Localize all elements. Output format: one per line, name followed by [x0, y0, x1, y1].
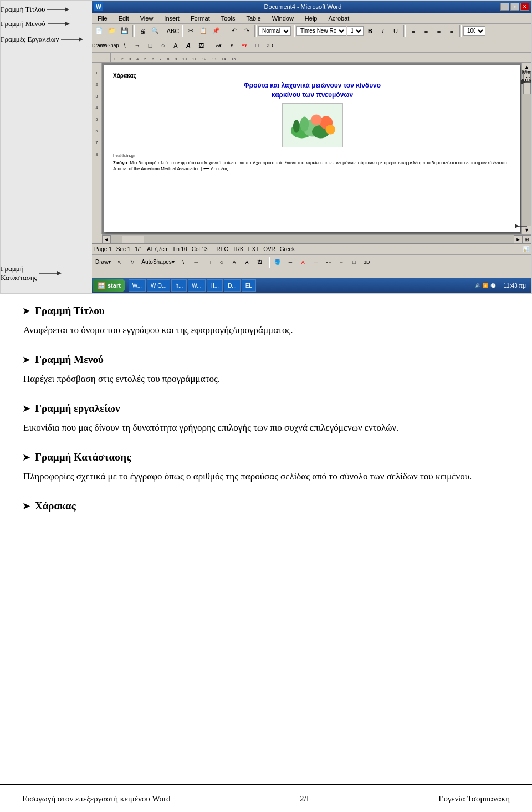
align-right[interactable]: ≡ — [433, 25, 445, 37]
draw-arstyle-btn[interactable]: → — [335, 256, 347, 268]
menu-view[interactable]: View — [137, 14, 157, 22]
draw-rotate-btn[interactable]: ↻ — [126, 256, 139, 268]
autoshapes-btn[interactable]: AutoShapes▾ — [106, 39, 118, 52]
scroll-up-button[interactable]: ▲ — [523, 63, 531, 72]
menu-format[interactable]: Format — [187, 14, 213, 22]
draw-fill-btn[interactable]: 🪣 — [272, 256, 284, 268]
underline-button[interactable]: U — [390, 25, 402, 37]
close-button[interactable]: ✕ — [520, 3, 529, 11]
font-select[interactable]: Times New Roman — [296, 26, 346, 36]
preview-button[interactable]: 🔍 — [149, 25, 161, 37]
doc-title: Φρούτα και λαχανικά μειώνουν τον κίνδυνο… — [113, 81, 511, 100]
menu-acrobat[interactable]: Acrobat — [325, 14, 352, 22]
menu-window[interactable]: Window — [269, 14, 297, 22]
draw-oval-btn[interactable]: ○ — [216, 256, 228, 268]
taskbar-item-3[interactable]: h... — [171, 279, 187, 292]
draw-lcolor-btn[interactable]: ─ — [284, 256, 296, 268]
status-icon: 📊 — [523, 246, 529, 252]
open-button[interactable]: 📁 — [106, 25, 118, 37]
taskbar-item-4[interactable]: W... — [188, 279, 205, 292]
ruler-marks: ·1· ·2· ·3· ·4· ·5· ·6· ·7· ·8· ·9· ·10·… — [111, 53, 531, 62]
bold-button[interactable]: B — [364, 25, 376, 37]
paste-button[interactable]: 📌 — [210, 25, 222, 37]
taskbar-item-5[interactable]: H... — [207, 279, 223, 292]
shadow-btn[interactable]: □ — [251, 39, 263, 52]
scroll-right-button[interactable]: ► — [514, 235, 523, 244]
section-grammi-titlou-body: Αναφέρεται το όνομα του εγγράφου και της… — [23, 323, 510, 338]
undo-button[interactable]: ↶ — [228, 25, 240, 37]
horiz-scrollbar: ◄ ► ⊞ — [102, 234, 531, 243]
word-page: Χάρακας Φρούτα και λαχανικά μειώνουν τον… — [104, 65, 520, 232]
section-grammi-titlou: ➤ Γραμμή Τίτλου Αναφέρεται το όνομα του … — [22, 305, 510, 338]
scroll-thumb[interactable] — [523, 72, 531, 94]
textbox-btn[interactable]: A — [170, 39, 182, 52]
rect-btn[interactable]: □ — [144, 39, 156, 52]
word-icon: W — [94, 2, 103, 11]
taskbar-items: W... W O... h... W... H... D... EL — [126, 279, 472, 292]
align-center[interactable]: ≡ — [420, 25, 432, 37]
draw-sep — [268, 257, 270, 268]
menu-tools[interactable]: Tools — [218, 14, 239, 22]
taskbar-item-1[interactable]: W... — [129, 279, 146, 292]
scroll-track — [522, 72, 531, 226]
print-button[interactable]: 🖨 — [136, 25, 149, 37]
align-left[interactable]: ≡ — [407, 25, 420, 37]
doc-site: health.in.gr — [113, 153, 511, 158]
zoom-select[interactable]: 100% — [463, 26, 485, 36]
menu-help[interactable]: Help — [301, 14, 321, 22]
word-window: W Document4 - Microsoft Word _ ▫ ✕ File … — [92, 1, 531, 293]
taskbar-item-2[interactable]: W O... — [147, 279, 170, 292]
draw-text-btn[interactable]: A — [228, 256, 241, 268]
style-select[interactable]: Normal — [258, 26, 291, 36]
svg-point-14 — [300, 116, 309, 131]
menu-edit[interactable]: Edit — [115, 14, 132, 22]
menu-file[interactable]: File — [94, 14, 111, 22]
draw-3d-btn[interactable]: 3D — [361, 256, 373, 268]
section-xarakas-heading-row: ➤ Χάρακας — [22, 500, 510, 512]
maximize-button[interactable]: ▫ — [510, 3, 519, 11]
draw-lwidth-btn[interactable]: ═ — [310, 256, 322, 268]
word-toolbar1: 📄 📁 💾 🖨 🔍 ABC ✂ 📋 📌 ↶ ↷ Normal — [92, 24, 531, 38]
draw-rect-btn[interactable]: □ — [203, 256, 215, 268]
status-col: Col 13 — [192, 246, 208, 252]
scroll-left-button[interactable]: ◄ — [102, 235, 111, 244]
fill-color-btn[interactable]: A▾ — [213, 39, 225, 52]
new-button[interactable]: 📄 — [93, 25, 105, 37]
draw-line-btn[interactable]: \ — [177, 256, 190, 268]
draw-shadow-btn[interactable]: □ — [348, 256, 360, 268]
start-button[interactable]: 🪟 start — [93, 279, 125, 292]
draw-clip-btn[interactable]: 🖼 — [254, 256, 266, 268]
draw-select-btn[interactable]: ↖ — [114, 256, 126, 268]
oval-btn[interactable]: ○ — [157, 39, 169, 52]
size-select[interactable]: 12 — [347, 26, 364, 36]
wordart-btn[interactable]: A — [182, 39, 195, 52]
scroll-down-button[interactable]: ▼ — [523, 226, 531, 234]
3d-btn[interactable]: 3D — [264, 39, 276, 52]
align-justify[interactable]: ≡ — [446, 25, 458, 37]
arrow-btn[interactable]: → — [131, 39, 144, 52]
menu-insert[interactable]: Insert — [161, 14, 183, 22]
status-at: At 7,7cm — [147, 246, 168, 252]
taskbar-item-7[interactable]: EL — [242, 279, 256, 292]
horiz-thumb[interactable] — [122, 236, 144, 243]
clipart-btn[interactable]: 🖼 — [195, 39, 207, 52]
italic-button[interactable]: I — [377, 25, 389, 37]
draw-arrow-btn[interactable]: → — [190, 256, 202, 268]
copy-button[interactable]: 📋 — [197, 25, 209, 37]
redo-button[interactable]: ↷ — [241, 25, 253, 37]
line-color-btn[interactable]: ▾ — [226, 39, 238, 52]
font-color-btn[interactable]: A▾ — [238, 39, 250, 52]
draw-wa-btn[interactable]: A — [241, 256, 253, 268]
arrow-grammi-katastasis-icon — [39, 269, 62, 277]
draw-dash-btn[interactable]: - - — [323, 256, 335, 268]
spell-button[interactable]: ABC — [167, 25, 179, 37]
cut-button[interactable]: ✂ — [185, 25, 197, 37]
taskbar-item-6[interactable]: D... — [224, 279, 241, 292]
save-button[interactable]: 💾 — [119, 25, 131, 37]
minimize-button[interactable]: _ — [500, 3, 509, 11]
page-view-buttons[interactable]: ⊞ — [523, 235, 531, 244]
draw-fcolor-btn[interactable]: A — [297, 256, 309, 268]
menu-table[interactable]: Table — [243, 14, 264, 22]
line-btn[interactable]: \ — [119, 39, 131, 52]
status-sec: Sec 1 — [116, 246, 131, 252]
